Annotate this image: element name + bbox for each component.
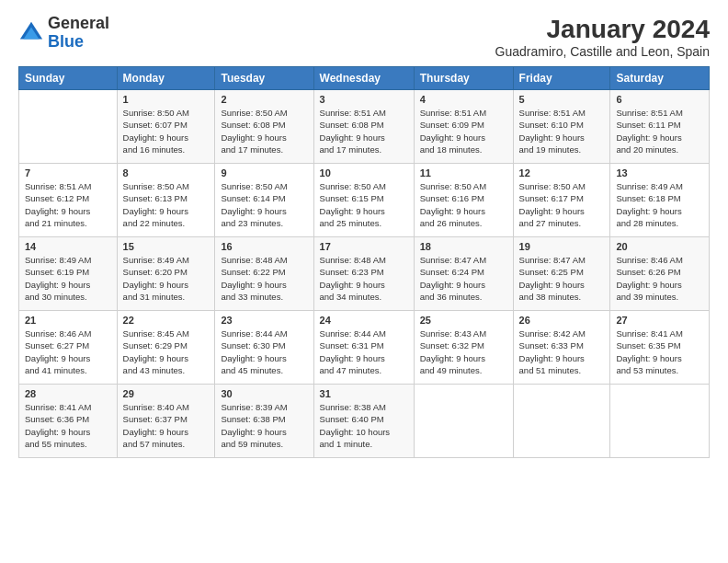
calendar-week-5: 28Sunrise: 8:41 AM Sunset: 6:36 PM Dayli… [19,385,710,458]
day-content-22: Sunrise: 8:45 AM Sunset: 6:29 PM Dayligh… [123,327,210,376]
calendar-cell-w3-d5: 18Sunrise: 8:47 AM Sunset: 6:24 PM Dayli… [414,237,513,311]
day-number-7: 7 [25,167,111,178]
calendar-week-2: 7Sunrise: 8:51 AM Sunset: 6:12 PM Daylig… [19,164,710,237]
calendar-cell-w3-d2: 15Sunrise: 8:49 AM Sunset: 6:20 PM Dayli… [117,237,215,311]
calendar-cell-w5-d4: 31Sunrise: 8:38 AM Sunset: 6:40 PM Dayli… [313,385,414,458]
day-content-27: Sunrise: 8:41 AM Sunset: 6:35 PM Dayligh… [616,327,703,376]
day-number-23: 23 [221,315,307,326]
logo-general-text: General [48,15,109,33]
day-content-1: Sunrise: 8:50 AM Sunset: 6:07 PM Dayligh… [123,107,210,155]
day-content-31: Sunrise: 8:38 AM Sunset: 6:40 PM Dayligh… [320,401,408,450]
logo-icon [18,20,44,46]
day-number-22: 22 [123,315,210,326]
calendar-header-row: Sunday Monday Tuesday Wednesday Thursday… [19,67,710,90]
day-content-4: Sunrise: 8:51 AM Sunset: 6:09 PM Dayligh… [420,107,507,155]
calendar-cell-w1-d4: 3Sunrise: 8:51 AM Sunset: 6:08 PM Daylig… [313,90,414,164]
logo-blue-text: Blue [48,33,109,52]
calendar-cell-w5-d7 [610,385,710,458]
logo-text: General Blue [48,15,109,52]
calendar-cell-w3-d6: 19Sunrise: 8:47 AM Sunset: 6:25 PM Dayli… [513,237,610,311]
calendar-cell-w5-d6 [513,385,610,458]
day-content-8: Sunrise: 8:50 AM Sunset: 6:13 PM Dayligh… [123,180,210,229]
day-number-27: 27 [616,315,703,326]
day-content-7: Sunrise: 8:51 AM Sunset: 6:12 PM Dayligh… [25,180,111,229]
day-content-10: Sunrise: 8:50 AM Sunset: 6:15 PM Dayligh… [320,180,408,229]
calendar-cell-w3-d3: 16Sunrise: 8:48 AM Sunset: 6:22 PM Dayli… [215,237,313,311]
calendar-cell-w3-d7: 20Sunrise: 8:46 AM Sunset: 6:26 PM Dayli… [610,237,710,311]
calendar-cell-w2-d6: 12Sunrise: 8:50 AM Sunset: 6:17 PM Dayli… [513,164,610,237]
day-number-28: 28 [25,388,111,399]
calendar-cell-w1-d6: 5Sunrise: 8:51 AM Sunset: 6:10 PM Daylig… [513,90,610,164]
day-number-5: 5 [519,94,605,105]
day-number-8: 8 [123,167,210,178]
col-sunday: Sunday [19,67,118,90]
calendar-cell-w4-d1: 21Sunrise: 8:46 AM Sunset: 6:27 PM Dayli… [19,311,118,385]
calendar-cell-w2-d5: 11Sunrise: 8:50 AM Sunset: 6:16 PM Dayli… [414,164,513,237]
col-wednesday: Wednesday [313,67,414,90]
calendar-cell-w2-d2: 8Sunrise: 8:50 AM Sunset: 6:13 PM Daylig… [117,164,215,237]
calendar-cell-w4-d5: 25Sunrise: 8:43 AM Sunset: 6:32 PM Dayli… [414,311,513,385]
calendar-cell-w2-d4: 10Sunrise: 8:50 AM Sunset: 6:15 PM Dayli… [313,164,414,237]
calendar-cell-w5-d1: 28Sunrise: 8:41 AM Sunset: 6:36 PM Dayli… [19,385,118,458]
day-number-24: 24 [320,315,408,326]
calendar-cell-w1-d3: 2Sunrise: 8:50 AM Sunset: 6:08 PM Daylig… [215,90,313,164]
day-number-21: 21 [25,315,111,326]
day-content-24: Sunrise: 8:44 AM Sunset: 6:31 PM Dayligh… [320,327,408,376]
calendar-table: Sunday Monday Tuesday Wednesday Thursday… [18,66,710,458]
day-number-6: 6 [616,94,703,105]
calendar-cell-w2-d3: 9Sunrise: 8:50 AM Sunset: 6:14 PM Daylig… [215,164,313,237]
calendar-cell-w2-d1: 7Sunrise: 8:51 AM Sunset: 6:12 PM Daylig… [19,164,118,237]
day-content-15: Sunrise: 8:49 AM Sunset: 6:20 PM Dayligh… [123,254,210,303]
day-number-17: 17 [320,241,408,252]
calendar-cell-w4-d7: 27Sunrise: 8:41 AM Sunset: 6:35 PM Dayli… [610,311,710,385]
calendar-cell-w4-d4: 24Sunrise: 8:44 AM Sunset: 6:31 PM Dayli… [313,311,414,385]
day-number-13: 13 [616,167,703,178]
col-tuesday: Tuesday [215,67,313,90]
day-content-11: Sunrise: 8:50 AM Sunset: 6:16 PM Dayligh… [420,180,507,229]
day-content-23: Sunrise: 8:44 AM Sunset: 6:30 PM Dayligh… [221,327,307,376]
day-content-29: Sunrise: 8:40 AM Sunset: 6:37 PM Dayligh… [123,401,210,450]
day-content-17: Sunrise: 8:48 AM Sunset: 6:23 PM Dayligh… [320,254,408,303]
calendar-cell-w4-d3: 23Sunrise: 8:44 AM Sunset: 6:30 PM Dayli… [215,311,313,385]
day-number-25: 25 [420,315,507,326]
day-number-2: 2 [221,94,307,105]
calendar-week-4: 21Sunrise: 8:46 AM Sunset: 6:27 PM Dayli… [19,311,710,385]
day-number-26: 26 [519,315,605,326]
day-number-20: 20 [616,241,703,252]
day-content-14: Sunrise: 8:49 AM Sunset: 6:19 PM Dayligh… [25,254,111,303]
calendar-cell-w3-d1: 14Sunrise: 8:49 AM Sunset: 6:19 PM Dayli… [19,237,118,311]
day-content-19: Sunrise: 8:47 AM Sunset: 6:25 PM Dayligh… [519,254,605,303]
day-number-11: 11 [420,167,507,178]
day-content-2: Sunrise: 8:50 AM Sunset: 6:08 PM Dayligh… [221,107,307,155]
day-number-12: 12 [519,167,605,178]
calendar-cell-w4-d6: 26Sunrise: 8:42 AM Sunset: 6:33 PM Dayli… [513,311,610,385]
col-saturday: Saturday [610,67,710,90]
day-content-3: Sunrise: 8:51 AM Sunset: 6:08 PM Dayligh… [320,107,408,155]
day-number-30: 30 [221,388,307,399]
calendar-cell-w1-d5: 4Sunrise: 8:51 AM Sunset: 6:09 PM Daylig… [414,90,513,164]
day-content-9: Sunrise: 8:50 AM Sunset: 6:14 PM Dayligh… [221,180,307,229]
day-number-19: 19 [519,241,605,252]
col-friday: Friday [513,67,610,90]
day-number-16: 16 [221,241,307,252]
calendar-cell-w1-d7: 6Sunrise: 8:51 AM Sunset: 6:11 PM Daylig… [610,90,710,164]
day-number-10: 10 [320,167,408,178]
day-content-12: Sunrise: 8:50 AM Sunset: 6:17 PM Dayligh… [519,180,605,229]
calendar-week-1: 1Sunrise: 8:50 AM Sunset: 6:07 PM Daylig… [19,90,710,164]
day-content-13: Sunrise: 8:49 AM Sunset: 6:18 PM Dayligh… [616,180,703,229]
day-content-6: Sunrise: 8:51 AM Sunset: 6:11 PM Dayligh… [616,107,703,155]
day-number-14: 14 [25,241,111,252]
calendar-cell-w3-d4: 17Sunrise: 8:48 AM Sunset: 6:23 PM Dayli… [313,237,414,311]
calendar-cell-w5-d5 [414,385,513,458]
day-content-18: Sunrise: 8:47 AM Sunset: 6:24 PM Dayligh… [420,254,507,303]
col-monday: Monday [117,67,215,90]
day-content-21: Sunrise: 8:46 AM Sunset: 6:27 PM Dayligh… [25,327,111,376]
title-block: January 2024 Guadramiro, Castille and Le… [495,15,710,59]
calendar-cell-w1-d1 [19,90,118,164]
day-content-30: Sunrise: 8:39 AM Sunset: 6:38 PM Dayligh… [221,401,307,450]
header: General Blue January 2024 Guadramiro, Ca… [18,15,710,59]
subtitle: Guadramiro, Castille and Leon, Spain [495,44,710,59]
day-content-20: Sunrise: 8:46 AM Sunset: 6:26 PM Dayligh… [616,254,703,303]
day-content-25: Sunrise: 8:43 AM Sunset: 6:32 PM Dayligh… [420,327,507,376]
day-content-28: Sunrise: 8:41 AM Sunset: 6:36 PM Dayligh… [25,401,111,450]
